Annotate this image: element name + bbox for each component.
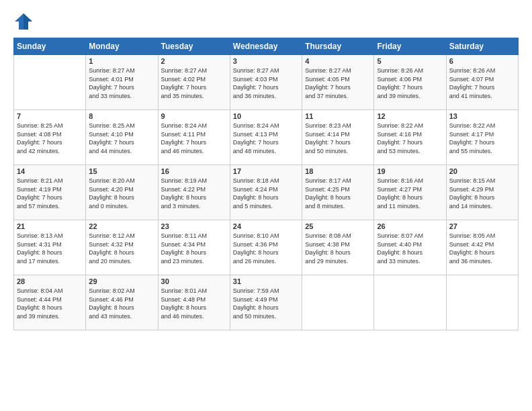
day-number: 17 [233,167,299,175]
day-number: 5 [377,57,443,65]
day-info: Sunrise: 8:27 AM Sunset: 4:01 PM Dayligh… [89,66,154,100]
day-info: Sunrise: 8:08 AM Sunset: 4:38 PM Dayligh… [305,232,371,265]
day-cell: 18Sunrise: 8:17 AM Sunset: 4:25 PM Dayli… [302,165,374,220]
day-number: 25 [305,222,371,230]
day-info: Sunrise: 8:10 AM Sunset: 4:36 PM Dayligh… [233,232,299,265]
day-number: 4 [305,57,371,65]
day-info: Sunrise: 8:04 AM Sunset: 4:44 PM Dayligh… [17,287,83,320]
day-number: 16 [161,167,227,175]
day-info: Sunrise: 8:27 AM Sunset: 4:05 PM Dayligh… [305,66,371,100]
week-row-5: 28Sunrise: 8:04 AM Sunset: 4:44 PM Dayli… [14,275,519,330]
day-cell: 9Sunrise: 8:24 AM Sunset: 4:11 PM Daylig… [158,110,230,165]
day-number: 15 [89,167,154,175]
weekday-header-monday: Monday [86,38,158,55]
day-info: Sunrise: 8:07 AM Sunset: 4:40 PM Dayligh… [377,232,443,265]
weekday-header-row: SundayMondayTuesdayWednesdayThursdayFrid… [14,38,519,55]
day-info: Sunrise: 8:23 AM Sunset: 4:14 PM Dayligh… [305,122,371,155]
day-info: Sunrise: 8:22 AM Sunset: 4:16 PM Dayligh… [377,122,443,155]
week-row-2: 7Sunrise: 8:25 AM Sunset: 4:08 PM Daylig… [14,110,519,165]
weekday-header-saturday: Saturday [446,38,518,55]
day-number: 20 [449,167,515,175]
weekday-header-thursday: Thursday [302,38,374,55]
day-cell: 31Sunrise: 7:59 AM Sunset: 4:49 PM Dayli… [230,275,302,330]
day-number: 24 [233,222,299,230]
weekday-header-sunday: Sunday [14,38,86,55]
day-cell: 17Sunrise: 8:18 AM Sunset: 4:24 PM Dayli… [230,165,302,220]
day-info: Sunrise: 8:22 AM Sunset: 4:17 PM Dayligh… [449,122,515,155]
calendar-table: SundayMondayTuesdayWednesdayThursdayFrid… [13,38,519,330]
day-info: Sunrise: 8:01 AM Sunset: 4:48 PM Dayligh… [161,287,227,320]
day-info: Sunrise: 8:18 AM Sunset: 4:24 PM Dayligh… [233,177,299,210]
day-info: Sunrise: 8:17 AM Sunset: 4:25 PM Dayligh… [305,177,371,210]
weekday-header-tuesday: Tuesday [158,38,230,55]
day-cell [446,275,518,330]
day-cell: 4Sunrise: 8:27 AM Sunset: 4:05 PM Daylig… [302,55,374,110]
week-row-3: 14Sunrise: 8:21 AM Sunset: 4:19 PM Dayli… [14,165,519,220]
day-cell: 11Sunrise: 8:23 AM Sunset: 4:14 PM Dayli… [302,110,374,165]
day-number: 8 [89,112,154,120]
day-cell: 23Sunrise: 8:11 AM Sunset: 4:34 PM Dayli… [158,220,230,275]
day-number: 1 [89,57,154,65]
day-info: Sunrise: 8:21 AM Sunset: 4:19 PM Dayligh… [17,177,83,210]
day-cell: 29Sunrise: 8:02 AM Sunset: 4:46 PM Dayli… [86,275,158,330]
week-row-1: 1Sunrise: 8:27 AM Sunset: 4:01 PM Daylig… [14,55,519,110]
day-number: 30 [161,277,227,285]
day-info: Sunrise: 8:27 AM Sunset: 4:02 PM Dayligh… [161,66,227,100]
day-number: 11 [305,112,371,120]
day-info: Sunrise: 8:12 AM Sunset: 4:32 PM Dayligh… [89,232,154,265]
day-info: Sunrise: 8:26 AM Sunset: 4:06 PM Dayligh… [377,66,443,100]
day-cell: 7Sunrise: 8:25 AM Sunset: 4:08 PM Daylig… [14,110,86,165]
day-cell: 3Sunrise: 8:27 AM Sunset: 4:03 PM Daylig… [230,55,302,110]
day-cell: 21Sunrise: 8:13 AM Sunset: 4:31 PM Dayli… [14,220,86,275]
day-info: Sunrise: 8:20 AM Sunset: 4:20 PM Dayligh… [89,177,154,210]
day-info: Sunrise: 8:13 AM Sunset: 4:31 PM Dayligh… [17,232,83,265]
day-number: 9 [161,112,227,120]
day-number: 29 [89,277,154,285]
day-number: 23 [161,222,227,230]
day-info: Sunrise: 8:25 AM Sunset: 4:10 PM Dayligh… [89,122,154,155]
day-cell: 16Sunrise: 8:19 AM Sunset: 4:22 PM Dayli… [158,165,230,220]
day-cell: 5Sunrise: 8:26 AM Sunset: 4:06 PM Daylig… [374,55,446,110]
day-number: 2 [161,57,227,65]
day-number: 14 [17,167,83,175]
weekday-header-friday: Friday [374,38,446,55]
day-cell: 19Sunrise: 8:16 AM Sunset: 4:27 PM Dayli… [374,165,446,220]
logo-icon [13,12,34,31]
day-cell [374,275,446,330]
day-info: Sunrise: 8:27 AM Sunset: 4:03 PM Dayligh… [233,66,299,100]
day-number: 3 [233,57,299,65]
day-cell: 12Sunrise: 8:22 AM Sunset: 4:16 PM Dayli… [374,110,446,165]
day-number: 26 [377,222,443,230]
day-cell: 27Sunrise: 8:05 AM Sunset: 4:42 PM Dayli… [446,220,518,275]
day-cell: 20Sunrise: 8:15 AM Sunset: 4:29 PM Dayli… [446,165,518,220]
day-info: Sunrise: 8:24 AM Sunset: 4:13 PM Dayligh… [233,122,299,155]
day-number: 6 [449,57,515,65]
header [13,12,519,31]
day-number: 13 [449,112,515,120]
day-number: 28 [17,277,83,285]
day-cell: 22Sunrise: 8:12 AM Sunset: 4:32 PM Dayli… [86,220,158,275]
day-cell: 30Sunrise: 8:01 AM Sunset: 4:48 PM Dayli… [158,275,230,330]
day-cell [14,55,86,110]
day-cell: 28Sunrise: 8:04 AM Sunset: 4:44 PM Dayli… [14,275,86,330]
day-info: Sunrise: 8:26 AM Sunset: 4:07 PM Dayligh… [449,66,515,100]
day-number: 27 [449,222,515,230]
day-info: Sunrise: 7:59 AM Sunset: 4:49 PM Dayligh… [233,287,299,320]
day-number: 19 [377,167,443,175]
day-cell: 8Sunrise: 8:25 AM Sunset: 4:10 PM Daylig… [86,110,158,165]
day-info: Sunrise: 8:11 AM Sunset: 4:34 PM Dayligh… [161,232,227,265]
day-cell: 13Sunrise: 8:22 AM Sunset: 4:17 PM Dayli… [446,110,518,165]
day-cell: 2Sunrise: 8:27 AM Sunset: 4:02 PM Daylig… [158,55,230,110]
day-info: Sunrise: 8:15 AM Sunset: 4:29 PM Dayligh… [449,177,515,210]
day-info: Sunrise: 8:05 AM Sunset: 4:42 PM Dayligh… [449,232,515,265]
day-cell: 1Sunrise: 8:27 AM Sunset: 4:01 PM Daylig… [86,55,158,110]
day-cell: 6Sunrise: 8:26 AM Sunset: 4:07 PM Daylig… [446,55,518,110]
day-number: 21 [17,222,83,230]
day-number: 12 [377,112,443,120]
svg-marker-1 [24,13,32,30]
day-cell: 15Sunrise: 8:20 AM Sunset: 4:20 PM Dayli… [86,165,158,220]
weekday-header-wednesday: Wednesday [230,38,302,55]
day-number: 31 [233,277,299,285]
day-cell: 14Sunrise: 8:21 AM Sunset: 4:19 PM Dayli… [14,165,86,220]
day-cell: 24Sunrise: 8:10 AM Sunset: 4:36 PM Dayli… [230,220,302,275]
